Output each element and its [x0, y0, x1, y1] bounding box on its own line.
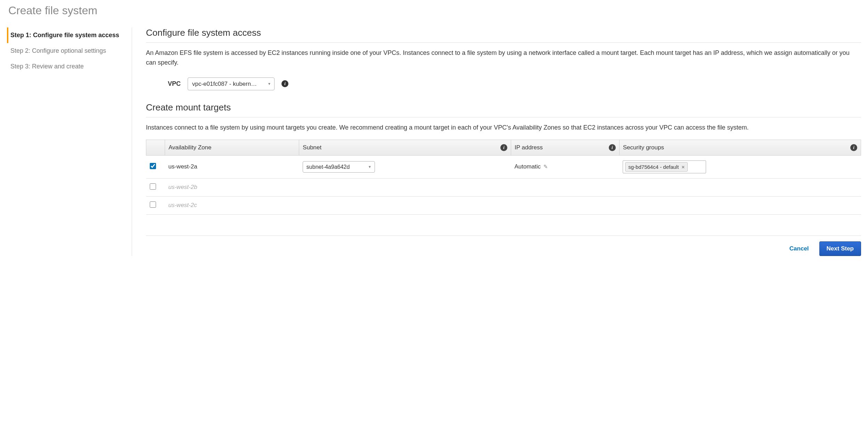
column-header-checkbox [146, 140, 165, 155]
info-circle-icon[interactable]: i [609, 144, 616, 151]
row-checkbox[interactable] [150, 163, 156, 169]
mount-heading: Create mount targets [146, 102, 861, 113]
info-circle-icon[interactable]: i [500, 144, 507, 151]
wizard-step-3[interactable]: Step 3: Review and create [7, 59, 125, 74]
ip-value: Automatic [515, 163, 541, 170]
table-row: us-west-2c [146, 196, 861, 214]
divider [146, 117, 861, 117]
vpc-label: VPC [146, 80, 181, 88]
az-cell: us-west-2b [165, 178, 299, 196]
wizard-step-1[interactable]: Step 1: Configure file system access [7, 27, 125, 43]
footer-bar: Cancel Next Step [146, 236, 861, 256]
row-checkbox[interactable] [150, 183, 156, 190]
mount-targets-table: Availability Zone Subnet i IP address i … [146, 140, 861, 215]
security-groups-input[interactable]: sg-bd7564c4 - default × [623, 160, 706, 173]
column-header-sg: Security groups i [619, 140, 861, 155]
subnet-select-wrapper: subnet-4a9a642d [303, 161, 375, 173]
vpc-select-wrapper: vpc-e01fc087 - kubern… [188, 77, 275, 90]
wizard-step-2[interactable]: Step 2: Configure optional settings [7, 43, 125, 59]
configure-heading: Configure file system access [146, 27, 861, 38]
next-step-button[interactable]: Next Step [819, 241, 861, 256]
security-group-tag: sg-bd7564c4 - default × [625, 162, 688, 172]
az-cell: us-west-2c [165, 196, 299, 214]
configure-description: An Amazon EFS file system is accessed by… [146, 48, 861, 68]
divider [146, 42, 861, 43]
subnet-select[interactable]: subnet-4a9a642d [303, 161, 375, 173]
remove-tag-icon[interactable]: × [681, 164, 685, 170]
vpc-select[interactable]: vpc-e01fc087 - kubern… [188, 77, 275, 90]
page-title: Create file system [7, 4, 861, 17]
table-row: us-west-2a subnet-4a9a642d Automatic [146, 155, 861, 178]
row-checkbox[interactable] [150, 201, 156, 208]
info-circle-icon[interactable]: i [850, 144, 857, 151]
cancel-button[interactable]: Cancel [789, 245, 809, 252]
pencil-icon[interactable]: ✎ [543, 164, 548, 170]
table-row: us-west-2b [146, 178, 861, 196]
column-header-az: Availability Zone [165, 140, 299, 155]
column-header-ip: IP address i [511, 140, 620, 155]
mount-description: Instances connect to a file system by us… [146, 123, 861, 133]
column-header-subnet: Subnet i [299, 140, 511, 155]
wizard-steps-sidebar: Step 1: Configure file system access Ste… [7, 27, 132, 256]
az-cell: us-west-2a [165, 155, 299, 178]
info-circle-icon[interactable]: i [281, 80, 288, 87]
